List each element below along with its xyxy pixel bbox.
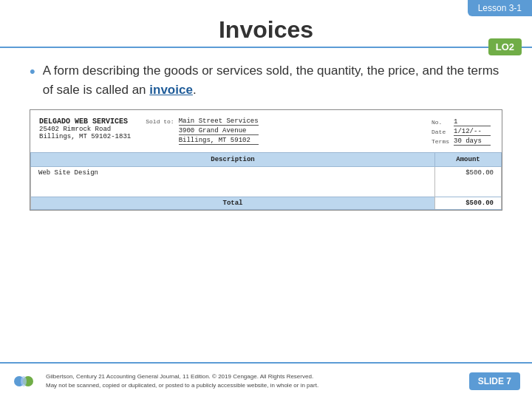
date-value: 1/12/-- [451,127,493,137]
bullet-dot: • [30,61,35,83]
invoice-meta: No. 1 Date 1/12/-- Terms 30 days [429,117,493,146]
company-info: DELGADO WEB SERVICES 25402 Rimrock Road … [39,117,131,140]
row3-amount [435,188,502,197]
footer-citation: Gilbertson, Century 21 Accounting Genera… [46,372,469,381]
total-label: Total [31,197,435,209]
invoice-table-header-row: Description Amount [31,153,502,167]
svg-point-2 [21,376,27,386]
company-address2: Billings, MT 59102-1831 [39,133,131,140]
bullet-text-after: . [193,83,197,97]
footer-logo [12,369,35,393]
invoice-document: DELGADO WEB SERVICES 25402 Rimrock Road … [30,109,502,211]
page-title: Invoices [0,16,532,44]
table-row [31,188,502,197]
col-description: Description [31,153,435,167]
bullet-highlight: invoice [149,83,193,97]
invoice-table-head: Description Amount [31,153,502,167]
meta-row-no: No. 1 [429,117,493,127]
total-row: Total $500.00 [31,197,502,209]
row1-description: Web Site Design [31,167,435,180]
no-label: No. [429,117,451,127]
invoice-table: Description Amount Web Site Design $500.… [30,152,502,210]
row3-description [31,188,435,197]
footer-text: Gilbertson, Century 21 Accounting Genera… [46,372,469,390]
bullet-section: • A form describing the goods or service… [30,61,502,99]
sold-to-line3: Billings, MT 59102 [179,137,259,145]
terms-label: Terms [429,137,451,146]
sold-to-section: Sold to: Main Street Services 3900 Grand… [146,117,429,146]
sold-to-label: Sold to: [146,118,174,125]
bullet-text-before: A form describing the goods or services … [43,64,499,97]
row2-description [31,179,435,188]
row2-amount [435,179,502,188]
date-value-span: 1/12/-- [454,128,491,136]
table-row: Web Site Design $500.00 [31,167,502,180]
no-value: 1 [451,117,493,127]
bullet-row: • A form describing the goods or service… [30,61,502,99]
company-address1: 25402 Rimrock Road [39,126,131,133]
sold-to-line1: Main Street Services [179,117,259,126]
company-name: DELGADO WEB SERVICES [39,117,131,126]
meta-row-date: Date 1/12/-- [429,127,493,137]
date-label: Date [429,127,451,137]
lesson-badge: Lesson 3-1 [468,0,532,16]
sold-to-data: Main Street Services 3900 Grand Avenue B… [179,117,259,146]
lo-badge: LO2 [488,38,522,55]
bullet-text: A form describing the goods or services … [43,61,502,99]
invoice-table-body: Web Site Design $500.00 Total $500.00 [31,167,502,210]
terms-value-span: 30 days [454,137,491,146]
meta-row-terms: Terms 30 days [429,137,493,146]
cengage-logo-icon [12,369,35,393]
row1-amount: $500.00 [435,167,502,180]
no-value-span: 1 [454,118,491,126]
footer-copyright: May not be scanned, copied or duplicated… [46,381,469,390]
table-row [31,179,502,188]
title-divider [0,47,532,48]
total-amount: $500.00 [435,197,502,209]
meta-table: No. 1 Date 1/12/-- Terms 30 days [429,117,493,146]
page-title-area: Invoices [0,16,532,44]
footer: Gilbertson, Century 21 Accounting Genera… [0,362,532,399]
invoice-header: DELGADO WEB SERVICES 25402 Rimrock Road … [30,110,502,152]
col-amount: Amount [435,153,502,167]
slide-badge: SLIDE 7 [469,372,520,390]
sold-to-line2: 3900 Grand Avenue [179,127,259,135]
terms-value: 30 days [451,137,493,146]
